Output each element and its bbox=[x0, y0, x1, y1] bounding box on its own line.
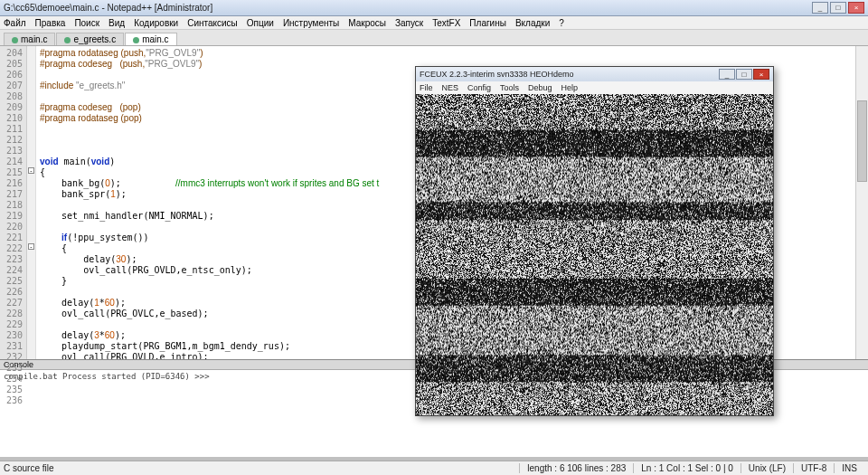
title-text: G:\cc65\demoee\main.c - Notepad++ [Admin… bbox=[4, 3, 212, 13]
status-length: length : 6 106 lines : 283 bbox=[519, 463, 633, 473]
emulator-display bbox=[416, 94, 773, 415]
status-position: Ln : 1 Col : 1 Sel : 0 | 0 bbox=[633, 463, 741, 473]
fold-toggle[interactable]: - bbox=[28, 167, 34, 174]
emulator-menu-item[interactable]: Help bbox=[561, 83, 579, 92]
emulator-minimize-button[interactable]: _ bbox=[719, 69, 735, 80]
status-bar: C source file length : 6 106 lines : 283… bbox=[0, 461, 868, 475]
emulator-menu-item[interactable]: Config bbox=[467, 83, 491, 92]
emulator-title-text: FCEUX 2.2.3-interim svn3338 HEOHdemo bbox=[420, 70, 574, 79]
scrollbar-thumb[interactable] bbox=[857, 100, 867, 182]
menu-item[interactable]: Плагины bbox=[469, 18, 506, 28]
menu-item[interactable]: Инструменты bbox=[283, 18, 339, 28]
close-button[interactable]: × bbox=[848, 2, 864, 14]
menu-item[interactable]: Вид bbox=[108, 18, 125, 28]
menu-item[interactable]: Синтаксисы bbox=[187, 18, 238, 28]
tab[interactable]: main.c bbox=[125, 33, 176, 45]
tab[interactable]: e_greets.c bbox=[56, 33, 124, 45]
line-number-gutter: 204 205 206 207 208 209 210 211 212 213 … bbox=[0, 46, 27, 359]
menu-item[interactable]: Кодировки bbox=[134, 18, 178, 28]
emulator-menu-bar: FileNESConfigToolsDebugHelp bbox=[416, 81, 773, 94]
menu-item[interactable]: Запуск bbox=[395, 18, 423, 28]
tab-bar: main.ce_greets.cmain.c bbox=[0, 30, 868, 46]
status-filetype: C source file bbox=[4, 463, 54, 473]
status-encoding: UTF-8 bbox=[793, 463, 834, 473]
menu-item[interactable]: Файл bbox=[4, 18, 26, 28]
status-eol: Unix (LF) bbox=[741, 463, 793, 473]
emulator-maximize-button[interactable]: □ bbox=[736, 69, 752, 80]
emulator-menu-item[interactable]: NES bbox=[442, 83, 459, 92]
menu-item[interactable]: Правка bbox=[35, 18, 66, 28]
emulator-menu-item[interactable]: File bbox=[420, 83, 433, 92]
menu-bar: ФайлПравкаПоискВидКодировкиСинтаксисыОпц… bbox=[0, 16, 868, 30]
emulator-menu-item[interactable]: Debug bbox=[528, 83, 552, 92]
menu-item[interactable]: ? bbox=[559, 18, 564, 28]
menu-item[interactable]: Вкладки bbox=[515, 18, 550, 28]
emulator-title-bar[interactable]: FCEUX 2.2.3-interim svn3338 HEOHdemo _ □… bbox=[416, 67, 773, 81]
menu-item[interactable]: TextFX bbox=[432, 18, 460, 28]
maximize-button[interactable]: □ bbox=[830, 2, 846, 14]
fold-margin: -- bbox=[27, 46, 36, 359]
title-bar: G:\cc65\demoee\main.c - Notepad++ [Admin… bbox=[0, 0, 868, 16]
tab[interactable]: main.c bbox=[4, 33, 55, 45]
menu-item[interactable]: Опции bbox=[247, 18, 274, 28]
status-insert: INS bbox=[834, 463, 864, 473]
emulator-close-button[interactable]: × bbox=[753, 69, 769, 80]
emulator-menu-item[interactable]: Tools bbox=[500, 83, 519, 92]
menu-item[interactable]: Макросы bbox=[348, 18, 386, 28]
vertical-scrollbar[interactable] bbox=[855, 46, 868, 359]
emulator-window[interactable]: FCEUX 2.2.3-interim svn3338 HEOHdemo _ □… bbox=[415, 66, 774, 416]
fold-toggle[interactable]: - bbox=[28, 243, 34, 250]
menu-item[interactable]: Поиск bbox=[74, 18, 99, 28]
minimize-button[interactable]: _ bbox=[812, 2, 828, 14]
